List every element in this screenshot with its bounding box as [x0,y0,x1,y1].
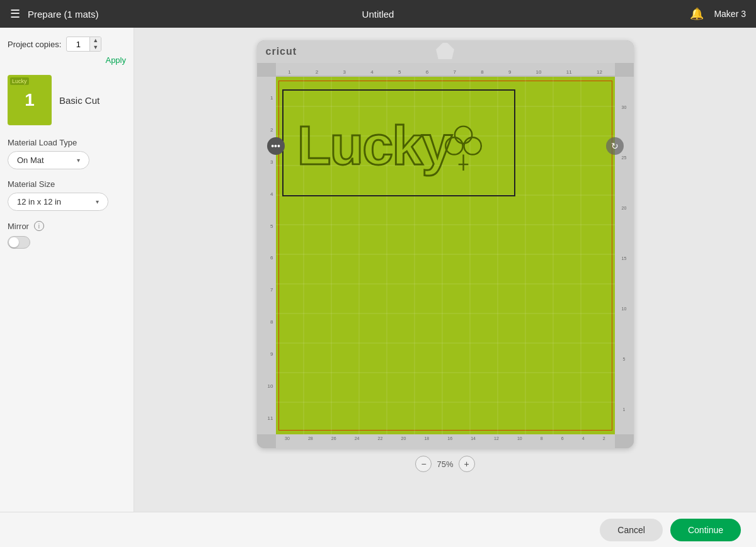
svg-point-24 [454,127,471,144]
toggle-knob [9,237,19,247]
mat-hook [434,43,457,59]
copies-up-button[interactable]: ▲ [90,37,101,44]
apply-link[interactable]: Apply [8,55,126,65]
ruler-right: 30 25 20 15 10 5 1 [615,77,634,434]
cancel-button[interactable]: Cancel [600,519,663,541]
mat-rotate-button[interactable]: ↻ [606,137,624,155]
ruler-top: // This won't execute inside SVG, handle… [276,63,615,77]
menu-icon[interactable]: ☰ [10,7,20,21]
main-layout: Project copies: ▲ ▼ Apply Lucky 1 Basic … [0,28,756,512]
ruler-left: 1 2 3 4 5 6 7 8 9 10 11 [257,77,276,434]
mirror-toggle[interactable] [8,236,30,249]
mirror-info-icon[interactable]: i [34,221,44,231]
copies-down-button[interactable]: ▼ [90,44,101,51]
copies-input[interactable] [67,38,89,50]
header-project-title: Untitled [362,9,394,20]
lucky-design[interactable]: Lucky [282,89,515,196]
main-content: cricut // This won't execute inside SVG,… [134,28,756,512]
project-copies-label: Project copies: [8,40,61,49]
machine-label: Maker 3 [714,9,746,19]
zoom-in-button[interactable]: + [459,456,475,472]
copies-arrows: ▲ ▼ [89,37,101,51]
mat-thumb-number: 1 [25,90,35,110]
cricut-logo: cricut [266,46,297,57]
footer: Cancel Continue [0,512,756,547]
zoom-controls: − 75% + [415,456,474,472]
project-copies-row: Project copies: ▲ ▼ [8,37,126,52]
material-load-type-label: Material Load Type [8,138,126,147]
ruler-bottom: 30 28 26 24 22 20 18 16 14 12 10 8 [276,434,615,448]
load-type-dropdown[interactable]: On Mat ▾ [8,151,89,169]
continue-button[interactable]: Continue [670,519,741,541]
svg-text:Lucky: Lucky [297,114,452,176]
mirror-row: Mirror i [8,221,126,231]
mat-more-button[interactable]: ••• [267,137,285,155]
mat-canvas-wrapper: cricut // This won't execute inside SVG,… [257,40,634,448]
svg-point-26 [464,137,481,154]
mat-thumb-tag: Lucky [10,77,29,85]
material-size-label: Material Size [8,179,126,189]
zoom-value: 75% [437,460,453,469]
sidebar: Project copies: ▲ ▼ Apply Lucky 1 Basic … [0,28,134,512]
mat-body: // This won't execute inside SVG, handle… [257,63,634,448]
size-value: 12 in x 12 in [17,197,61,206]
load-type-arrow-icon: ▾ [77,157,80,164]
header: ☰ Prepare (1 mats) Untitled 🔔 Maker 3 [0,0,756,28]
load-type-value: On Mat [17,155,44,165]
mat-label: Basic Cut [59,95,100,106]
mat-thumbnail: Lucky 1 [8,75,52,125]
size-dropdown[interactable]: 12 in x 12 in ▾ [8,193,108,211]
mat-outer: cricut // This won't execute inside SVG,… [257,40,634,448]
mirror-label: Mirror [8,222,29,231]
zoom-out-button[interactable]: − [415,456,432,472]
mat-item: Lucky 1 Basic Cut [8,75,126,125]
bell-icon[interactable]: 🔔 [690,7,704,21]
copies-input-wrap: ▲ ▼ [66,37,101,52]
size-arrow-icon: ▾ [96,198,99,205]
header-right: 🔔 Maker 3 [690,7,746,21]
mat-green: Lucky [276,77,615,434]
header-prepare-title: Prepare (1 mats) [28,9,99,20]
mat-header-bar: cricut [257,40,634,63]
